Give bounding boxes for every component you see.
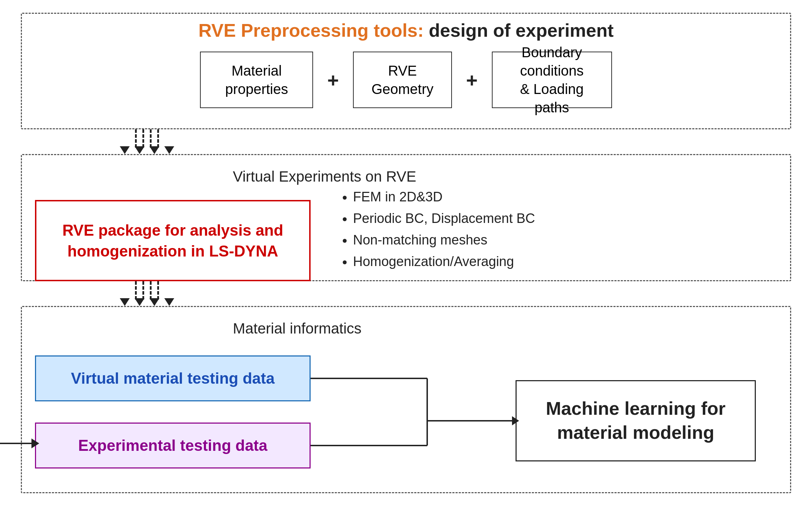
rve-package-text: RVE package for analysis and homogenizat… bbox=[62, 220, 283, 262]
rve-geometry-label: RVEGeometry bbox=[371, 61, 434, 98]
feature-item-2: Periodic BC, Displacement BC bbox=[353, 211, 535, 226]
features-list: FEM in 2D&3D Periodic BC, Displacement B… bbox=[339, 189, 535, 276]
arrow-middle-to-bottom bbox=[120, 281, 174, 306]
top-boxes-container: Materialproperties + RVEGeometry + Bound… bbox=[21, 52, 791, 108]
rve-package-box: RVE package for analysis and homogenizat… bbox=[35, 200, 311, 281]
virtual-data-label: Virtual material testing data bbox=[71, 370, 275, 387]
arrow-v-4 bbox=[164, 146, 174, 154]
left-arrow-head bbox=[31, 438, 39, 448]
rve-geometry-box: RVEGeometry bbox=[353, 52, 452, 108]
dashed-line-8 bbox=[157, 281, 159, 300]
boundary-conditions-box: Boundary conditions& Loading paths bbox=[492, 52, 612, 108]
ml-box: Machine learning for material modeling bbox=[516, 380, 756, 461]
dashed-line-2 bbox=[142, 129, 144, 148]
boundary-conditions-label: Boundary conditions& Loading paths bbox=[503, 43, 601, 117]
material-properties-box: Materialproperties bbox=[200, 52, 313, 108]
arrow-v-1 bbox=[120, 146, 130, 154]
arrow-head-2 bbox=[120, 298, 174, 306]
dashed-line-5 bbox=[135, 281, 137, 300]
plus-sign-1: + bbox=[327, 69, 339, 92]
experimental-data-box: Experimental testing data bbox=[35, 423, 311, 468]
rve-package-line1: RVE package for analysis and bbox=[62, 222, 283, 239]
ml-line2: material modeling bbox=[557, 422, 714, 443]
rve-package-line2: homogenization in LS-DYNA bbox=[67, 242, 278, 260]
arrow-v-3 bbox=[149, 146, 159, 154]
dashed-line-6 bbox=[142, 281, 144, 300]
dashed-line-1 bbox=[135, 129, 137, 148]
plus-sign-2: + bbox=[466, 69, 478, 92]
arrow-head-1 bbox=[120, 146, 174, 154]
dashed-line-4 bbox=[157, 129, 159, 148]
title-black-part: design of experiment bbox=[429, 20, 614, 41]
arrow-v-7 bbox=[149, 298, 159, 306]
feature-item-1: FEM in 2D&3D bbox=[353, 189, 535, 205]
material-informatics-label: Material informatics bbox=[233, 320, 361, 337]
ml-line1: Machine learning for bbox=[546, 398, 726, 419]
dashed-line-3 bbox=[150, 129, 152, 148]
main-title: RVE Preprocessing tools: design of exper… bbox=[198, 20, 613, 41]
feature-item-4: Homogenization/Averaging bbox=[353, 254, 535, 269]
dashed-line-7 bbox=[150, 281, 152, 300]
left-arrow-line bbox=[0, 443, 31, 444]
virtual-data-box: Virtual material testing data bbox=[35, 355, 311, 401]
arrow-top-to-middle bbox=[120, 129, 174, 154]
arrow-v-6 bbox=[135, 298, 145, 306]
feature-item-3: Non-matching meshes bbox=[353, 232, 535, 248]
main-diagram: RVE Preprocessing tools: design of exper… bbox=[21, 13, 791, 500]
arrow-v-5 bbox=[120, 298, 130, 306]
arrow-v-8 bbox=[164, 298, 174, 306]
left-arrow-connector bbox=[0, 438, 39, 448]
arrow-v-2 bbox=[135, 146, 145, 154]
experimental-data-label: Experimental testing data bbox=[78, 437, 267, 454]
virtual-experiments-label: Virtual Experiments on RVE bbox=[233, 168, 416, 185]
ml-text: Machine learning for material modeling bbox=[546, 397, 726, 444]
title-orange-part: RVE Preprocessing tools: bbox=[198, 20, 424, 41]
material-properties-label: Materialproperties bbox=[225, 61, 288, 98]
